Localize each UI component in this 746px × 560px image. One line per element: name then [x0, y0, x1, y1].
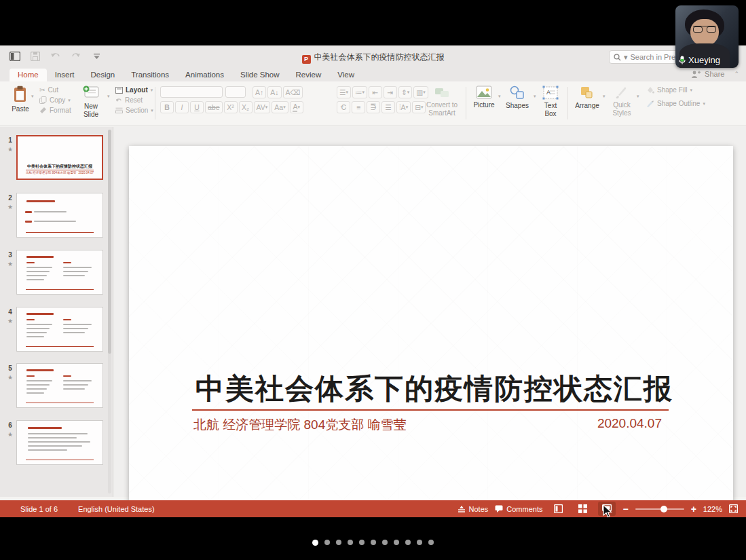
slide-thumbnail-2[interactable] — [16, 193, 103, 238]
new-slide-caret-icon[interactable]: ▾ — [107, 94, 110, 99]
pagination-dot-6[interactable] — [371, 540, 376, 545]
zoom-in-button[interactable]: + — [691, 504, 696, 514]
align-center-button[interactable]: ≡ — [352, 101, 365, 113]
reset-button[interactable]: Reset — [115, 96, 153, 104]
tab-view[interactable]: View — [329, 69, 362, 81]
decrease-indent-button[interactable]: ⇤ — [369, 86, 382, 98]
font-color-button[interactable]: A▾ — [290, 101, 303, 113]
slide-thumbnail-3[interactable] — [16, 250, 103, 295]
fit-slide-button[interactable] — [729, 504, 738, 513]
picture-caret-icon[interactable]: ▾ — [498, 94, 501, 99]
pagination-dot-10[interactable] — [417, 540, 422, 545]
align-right-button[interactable]: ⋽ — [367, 101, 380, 113]
shapes-button[interactable]: Shapes — [502, 81, 532, 126]
paste-button[interactable]: Paste — [5, 81, 35, 126]
font-size-select[interactable] — [225, 86, 246, 98]
format-painter-button[interactable]: Format — [39, 107, 71, 114]
slide-date[interactable]: 2020.04.07 — [597, 416, 662, 434]
slide-title[interactable]: 中美社会体系下的疫情防控状态汇报 — [195, 370, 673, 408]
slide-thumbnail-6[interactable] — [16, 420, 103, 465]
cut-button[interactable]: ✂Cut — [39, 86, 71, 94]
justify-button[interactable]: ☰ — [381, 101, 395, 113]
comments-toggle[interactable]: Comments — [495, 505, 542, 513]
slide-thumbnail-4[interactable] — [16, 307, 103, 352]
increase-indent-button[interactable]: ⇥ — [384, 86, 397, 98]
italic-button[interactable]: I — [175, 101, 189, 113]
line-spacing-button[interactable]: ⇕▾ — [398, 86, 412, 98]
font-name-select[interactable] — [160, 86, 223, 98]
pagination-dots — [0, 540, 746, 546]
fit-slide-icon — [729, 504, 738, 513]
zoom-slider-thumb[interactable] — [660, 506, 667, 512]
text-box-button[interactable]: A Text Box — [538, 81, 563, 126]
pagination-dot-2[interactable] — [324, 540, 330, 545]
bold-button[interactable]: B — [160, 101, 174, 113]
change-case-button[interactable]: Aa▾ — [272, 101, 288, 113]
pagination-dot-4[interactable] — [348, 540, 353, 545]
text-direction-button[interactable]: ⫶A▾ — [396, 101, 411, 113]
shape-outline-icon — [646, 100, 654, 107]
quick-styles-caret-icon[interactable]: ▾ — [637, 94, 639, 99]
shapes-caret-icon[interactable]: ▾ — [534, 94, 536, 99]
pagination-dot-8[interactable] — [394, 540, 399, 545]
superscript-button[interactable]: X² — [224, 101, 238, 113]
shrink-font-button[interactable]: A↓ — [267, 86, 281, 98]
thumbnail-scrollbar[interactable] — [108, 130, 111, 354]
webcam-overlay[interactable]: Xueying — [675, 5, 739, 68]
collapse-ribbon-icon[interactable]: ⌃ — [734, 71, 739, 77]
zoom-level[interactable]: 122% — [703, 505, 722, 513]
clear-formatting-button[interactable]: A⌫ — [283, 86, 303, 98]
slide-byline[interactable]: 北航 经济管理学院 804党支部 喻雪莹 — [193, 416, 407, 434]
picture-button[interactable]: Picture — [470, 81, 498, 126]
share-button[interactable]: Share — [705, 70, 724, 78]
pagination-dot-11[interactable] — [428, 540, 434, 545]
tab-animations[interactable]: Animations — [177, 69, 232, 81]
pagination-dot-1[interactable] — [312, 540, 318, 546]
convert-smartart-button[interactable]: Convert to SmartArt — [421, 81, 463, 126]
quick-styles-icon — [614, 86, 629, 99]
zoom-out-button[interactable]: − — [622, 504, 628, 514]
new-slide-button[interactable]: New Slide — [76, 81, 106, 126]
language-status[interactable]: English (United States) — [78, 505, 155, 513]
powerpoint-window: P中美社会体系下的疫情防控状态汇报 ▾ Search in Presentati… — [0, 45, 746, 517]
pagination-dot-7[interactable] — [382, 540, 388, 545]
paste-dropdown-caret-icon[interactable]: ▾ — [31, 94, 34, 99]
pagination-dot-3[interactable] — [336, 540, 341, 545]
ribbon: Paste ▾ ✂Cut Copy▾ Format — [0, 81, 746, 126]
tab-insert[interactable]: Insert — [47, 69, 83, 81]
tab-slide-show[interactable]: Slide Show — [232, 69, 288, 81]
character-spacing-button[interactable]: AV▾ — [254, 101, 271, 113]
paste-clipboard-icon — [13, 86, 28, 103]
title-bar: P中美社会体系下的疫情防控状态汇报 ▾ Search in Presentati… — [0, 45, 746, 68]
underline-button[interactable]: U — [190, 101, 204, 113]
tab-review[interactable]: Review — [288, 69, 330, 81]
tab-home[interactable]: Home — [10, 69, 47, 81]
strikethrough-button[interactable]: abe — [205, 101, 223, 113]
section-button[interactable]: Section▾ — [115, 107, 153, 114]
current-slide[interactable]: 中美社会体系下的疫情防控状态汇报 北航 经济管理学院 804党支部 喻雪莹 20… — [129, 146, 733, 508]
slide-thumbnail-1[interactable]: 中美社会体系下的疫情防控状态汇报北航 经济管理学院 804党支部 喻雪莹2020… — [16, 135, 103, 180]
tab-design[interactable]: Design — [82, 69, 123, 81]
copy-button[interactable]: Copy▾ — [39, 96, 71, 104]
layout-button[interactable]: Layout▾ — [115, 86, 153, 94]
ribbon-tab-row: HomeInsertDesignTransitionsAnimationsSli… — [0, 68, 746, 81]
slide-sorter-view-button[interactable] — [574, 502, 591, 516]
bullets-button[interactable]: ☰▾ — [337, 86, 351, 98]
arrange-button[interactable]: Arrange — [572, 81, 603, 126]
notes-toggle[interactable]: Notes — [458, 505, 489, 513]
quick-styles-button[interactable]: Quick Styles — [607, 81, 637, 126]
pagination-dot-9[interactable] — [405, 540, 411, 545]
pagination-dot-5[interactable] — [359, 540, 365, 545]
section-icon — [115, 107, 123, 113]
grow-font-button[interactable]: A↑ — [253, 86, 266, 98]
subscript-button[interactable]: X₂ — [239, 101, 253, 113]
tab-transitions[interactable]: Transitions — [123, 69, 177, 81]
numbering-button[interactable]: ≔▾ — [352, 86, 367, 98]
shape-outline-button[interactable]: Shape Outline▾ — [646, 100, 705, 107]
arrange-caret-icon[interactable]: ▾ — [603, 94, 605, 99]
slide-thumbnail-5[interactable] — [16, 363, 103, 408]
normal-view-button[interactable] — [549, 502, 567, 516]
zoom-slider[interactable] — [635, 505, 684, 513]
align-left-button[interactable]: Ꞓ — [337, 101, 350, 113]
shape-fill-button[interactable]: Shape Fill▾ — [646, 86, 705, 94]
